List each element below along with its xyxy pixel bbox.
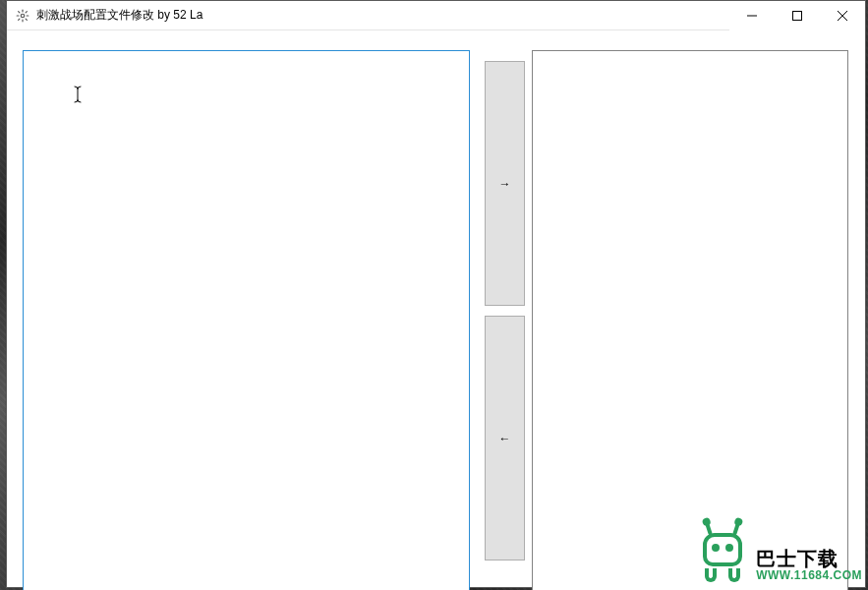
svg-line-5 xyxy=(19,11,20,12)
app-window: 刺激战场配置文件修改 by 52 La → ← xyxy=(6,0,866,588)
svg-line-8 xyxy=(26,11,27,12)
titlebar: 刺激战场配置文件修改 by 52 La xyxy=(7,1,865,30)
window-controls xyxy=(729,1,865,30)
minimize-button[interactable] xyxy=(729,1,775,30)
maximize-button[interactable] xyxy=(775,1,820,30)
arrow-right-icon: → xyxy=(499,177,511,191)
arrow-left-icon: ← xyxy=(499,432,511,445)
app-icon xyxy=(15,8,30,24)
svg-rect-10 xyxy=(793,12,802,21)
move-left-button[interactable]: ← xyxy=(485,316,525,560)
window-title: 刺激战场配置文件修改 by 52 La xyxy=(36,7,203,24)
svg-point-0 xyxy=(21,14,25,18)
svg-line-6 xyxy=(26,19,27,20)
move-right-button[interactable]: → xyxy=(485,61,525,306)
svg-line-7 xyxy=(19,19,20,20)
close-button[interactable] xyxy=(820,1,865,30)
right-textarea[interactable] xyxy=(532,50,848,590)
client-area: → ← xyxy=(7,30,865,587)
left-textarea[interactable] xyxy=(23,50,470,590)
